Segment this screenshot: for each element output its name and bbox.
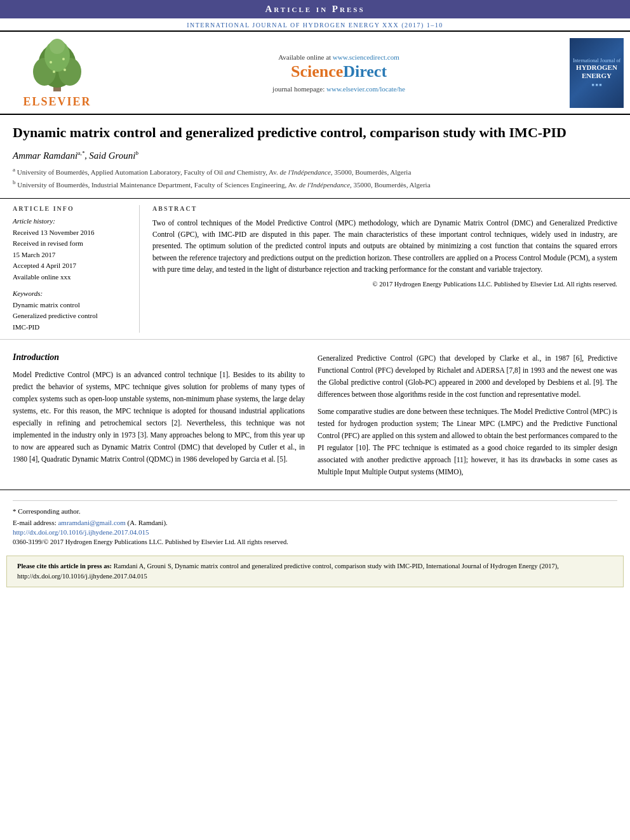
paper-title-section: Dynamic matrix control and generalized p…	[0, 115, 630, 199]
svg-point-5	[50, 39, 65, 54]
affiliations: a University of Boumerdès, Applied Autom…	[13, 166, 617, 190]
intro-paragraph-1: Model Predictive Control (MPC) is an adv…	[13, 369, 305, 465]
affiliation-b: b University of Boumerdès, Industrial Ma…	[13, 178, 617, 190]
header-section: ELSEVIER Available online at www.science…	[0, 32, 630, 115]
direct-text: Direct	[343, 62, 387, 81]
corresponding-author: * Corresponding author.	[13, 506, 617, 517]
science-text: Science	[291, 62, 343, 81]
keyword-3: IMC-PID	[13, 322, 130, 333]
journal-cover: International Journal of HYDROGEN ENERGY…	[570, 38, 624, 108]
abstract-section: Abstract Two of control techniques of th…	[152, 205, 617, 333]
keyword-2: Generalized predictive control	[13, 310, 130, 322]
svg-point-9	[64, 69, 66, 71]
author2-sup: b	[136, 150, 139, 156]
svg-point-7	[62, 58, 65, 60]
keywords-label: Keywords:	[13, 290, 130, 297]
journal-name-line: International Journal of Hydrogen Energy…	[0, 18, 630, 32]
journal-homepage-line: journal homepage: www.elsevier.com/locat…	[114, 85, 563, 93]
online-date: Available online xxx	[13, 272, 130, 283]
authors-line: Ammar Ramdania,*, Said Grounib	[13, 150, 617, 161]
revised-label: Received in revised form	[13, 238, 130, 250]
email-line: E-mail address: amramdani@gmail.com (A. …	[13, 517, 617, 529]
affiliation-a: a University of Boumerdès, Applied Autom…	[13, 166, 617, 177]
sciencedirect-logo: ScienceDirect	[114, 62, 563, 81]
citation-bar: Please cite this article in press as: Ra…	[6, 556, 624, 587]
homepage-url-link[interactable]: www.elsevier.com/locate/he	[326, 85, 405, 93]
email-link[interactable]: amramdani@gmail.com	[58, 519, 125, 526]
sciencedirect-url[interactable]: www.sciencedirect.com	[333, 53, 399, 61]
footnote-section: * Corresponding author. E-mail address: …	[0, 490, 630, 550]
content-section: Article Info Article history: Received 1…	[0, 199, 630, 340]
issn-line: 0360-3199/© 2017 Hydrogen Energy Publica…	[13, 538, 617, 545]
available-online-text: Available online at www.sciencedirect.co…	[114, 53, 563, 61]
svg-point-6	[50, 61, 52, 63]
author1-sup: a,*	[77, 150, 84, 156]
article-history-label: Article history:	[13, 217, 130, 225]
footnote-divider	[13, 500, 617, 501]
article-info-header: Article Info	[13, 205, 130, 212]
intro-paragraph-2: Generalized Predictive Control (GPC) tha…	[318, 352, 617, 478]
cover-subtitle: International Journal of	[573, 58, 620, 63]
abstract-text: Two of control techniques of the Model P…	[152, 217, 617, 276]
abstract-header: Abstract	[152, 205, 617, 212]
left-column: Introduction Model Predictive Control (M…	[13, 352, 305, 483]
introduction-heading: Introduction	[13, 352, 305, 363]
elsevier-logo: ELSEVIER	[6, 37, 108, 109]
received-date: Received 13 November 2016	[13, 227, 130, 239]
revised-date: 15 March 2017	[13, 250, 130, 261]
accepted-date: Accepted 4 April 2017	[13, 260, 130, 272]
right-column: Generalized Predictive Control (GPC) tha…	[318, 352, 617, 483]
elsevier-brand-text: ELSEVIER	[23, 95, 91, 109]
author1-name: Ammar Ramdani	[13, 150, 77, 160]
header-center: Available online at www.sciencedirect.co…	[114, 53, 563, 93]
main-content: Introduction Model Predictive Control (M…	[0, 340, 630, 490]
doi-link[interactable]: http://dx.doi.org/10.1016/j.ijhydene.201…	[13, 528, 617, 536]
svg-point-8	[53, 70, 55, 73]
citation-label: Please cite this article in press as:	[17, 563, 112, 570]
article-in-press-banner: Article in Press	[0, 0, 630, 18]
article-info: Article Info Article history: Received 1…	[13, 205, 140, 333]
keyword-1: Dynamic matrix control	[13, 300, 130, 311]
cover-decoration: ■ ■ ■	[591, 83, 601, 88]
paper-title: Dynamic matrix control and generalized p…	[13, 124, 617, 142]
copyright-line: © 2017 Hydrogen Energy Publications LLC.…	[152, 281, 617, 288]
author2-name: Said Grouni	[89, 150, 135, 160]
cover-title: HYDROGEN ENERGY	[572, 63, 621, 80]
elsevier-tree-icon	[25, 37, 89, 94]
